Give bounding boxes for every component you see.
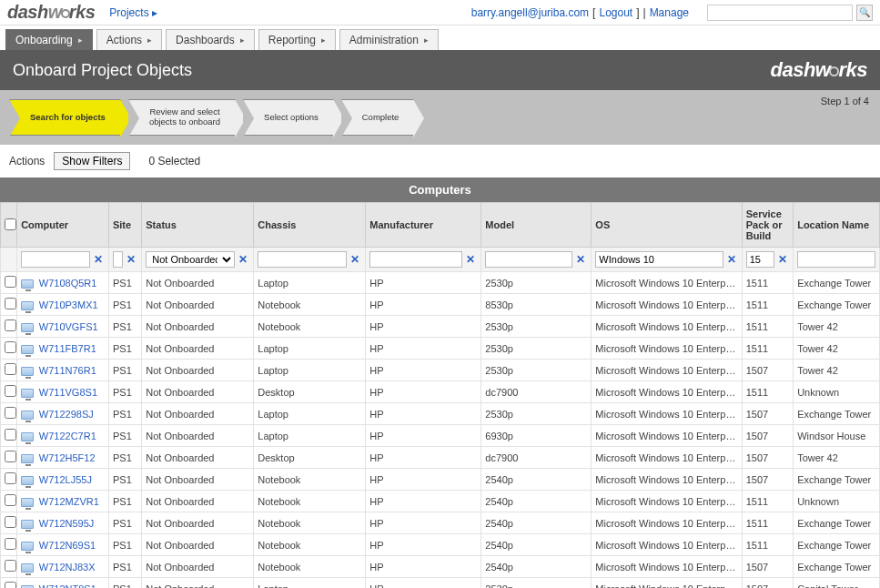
cell-sp: 1511 [742,491,793,512]
wizard-step-3[interactable]: Complete [341,99,415,136]
computer-link[interactable]: W7108Q5R1 [39,278,97,289]
table-row: W711N76R1PS1Not OnboardedLaptopHP2530pMi… [1,360,880,381]
chevron-right-icon: ▸ [424,35,429,45]
cell-manufacturer: HP [366,512,481,534]
row-checkbox[interactable] [5,538,16,550]
table-row: W710VGFS1PS1Not OnboardedNotebookHP2530p… [1,316,880,338]
cell-location: Unknown [794,491,880,512]
cell-model: 2540p [481,491,592,512]
row-checkbox[interactable] [5,516,16,528]
wizard-step-1[interactable]: Review and select objects to onboard [128,99,236,136]
nav-tab-onboarding[interactable]: Onboarding ▸ [5,29,93,50]
row-checkbox[interactable] [5,298,16,309]
wizard-step-0[interactable]: Search for objects [9,99,121,136]
cell-manufacturer: HP [366,578,481,589]
filter-sp-input[interactable] [746,251,774,268]
cell-location: Exchange Tower [794,556,880,578]
computer-icon [21,454,34,463]
global-search-input[interactable] [707,5,853,21]
cell-chassis: Laptop [254,403,366,425]
col-sp[interactable]: Service Pack or Build [742,203,793,248]
cell-manufacturer: HP [366,272,481,294]
computer-link[interactable]: W710VGFS1 [39,321,98,332]
projects-link[interactable]: Projects ▸ [109,6,157,19]
brand-logo: dashwrks [7,2,95,23]
computer-link[interactable]: W711VG8S1 [39,387,97,398]
cell-site: PS1 [108,272,141,294]
nav-tab-reporting[interactable]: Reporting ▸ [258,29,336,50]
clear-chassis-filter[interactable]: ✕ [349,253,361,266]
computer-link[interactable]: W712N69S1 [39,540,96,551]
select-all-checkbox[interactable] [5,218,16,230]
filter-status-select[interactable]: Not OnboardedOnboardedAll [146,251,235,268]
row-checkbox[interactable] [5,494,16,506]
computer-link[interactable]: W712N595J [39,518,95,529]
clear-os-filter[interactable]: ✕ [725,253,738,266]
col-checkbox [1,203,17,248]
filter-manufacturer-input[interactable] [369,251,462,268]
row-checkbox[interactable] [5,582,16,588]
row-checkbox[interactable] [5,429,16,441]
col-chassis[interactable]: Chassis [254,203,366,248]
cell-location: Tower 42 [794,447,880,469]
clear-model-filter[interactable]: ✕ [574,253,587,266]
filter-os-input[interactable] [595,251,723,268]
computer-link[interactable]: W711FB7R1 [39,343,96,354]
clear-site-filter[interactable]: ✕ [125,253,137,266]
table-row: W712N69S1PS1Not OnboardedNotebookHP2540p… [1,534,880,556]
row-checkbox[interactable] [5,407,16,419]
computer-link[interactable]: W712MZVR1 [39,496,99,507]
clear-manufacturer-filter[interactable]: ✕ [464,253,477,266]
filter-computer-input[interactable] [21,251,90,268]
manage-link[interactable]: Manage [650,6,689,19]
table-row: W7108Q5R1PS1Not OnboardedLaptopHP2530pMi… [1,272,880,294]
col-computer[interactable]: Computer [17,203,109,248]
cell-sp: 1511 [742,338,793,360]
wizard-step-2[interactable]: Select options [243,99,334,136]
nav-tab-actions[interactable]: Actions ▸ [96,29,162,50]
row-checkbox[interactable] [5,560,16,572]
col-status[interactable]: Status [142,203,254,248]
cell-chassis: Notebook [254,512,366,534]
col-model[interactable]: Model [481,203,592,248]
actions-label: Actions [9,155,45,167]
search-button[interactable]: 🔍 [856,5,873,21]
row-checkbox[interactable] [5,276,16,288]
table-title: Computers [0,177,880,202]
row-checkbox[interactable] [5,319,16,331]
row-checkbox[interactable] [5,451,16,462]
clear-status-filter[interactable]: ✕ [237,253,249,266]
col-manufacturer[interactable]: Manufacturer [366,203,481,248]
col-location[interactable]: Location Name [794,203,880,248]
computer-link[interactable]: W712H5F12 [39,452,96,463]
cell-chassis: Laptop [254,360,366,381]
computer-link[interactable]: W712NT8S1 [39,583,96,589]
show-filters-button[interactable]: Show Filters [54,152,130,170]
computer-link[interactable]: W712298SJ [39,409,94,420]
col-site[interactable]: Site [108,203,141,248]
computer-link[interactable]: W711N76R1 [39,365,96,376]
clear-sp-filter[interactable]: ✕ [776,253,789,266]
row-checkbox[interactable] [5,385,16,397]
cell-location: Exchange Tower [794,272,880,294]
filter-model-input[interactable] [485,251,572,268]
filter-location-input[interactable] [797,251,875,268]
nav-tab-label: Administration [349,34,419,46]
row-checkbox[interactable] [5,472,16,484]
computer-link[interactable]: W7122C7R1 [39,431,96,441]
clear-computer-filter[interactable]: ✕ [92,253,105,266]
nav-tab-administration[interactable]: Administration ▸ [339,29,439,50]
nav-tab-dashboards[interactable]: Dashboards ▸ [166,29,255,50]
computer-link[interactable]: W712LJ55J [39,474,92,485]
row-checkbox[interactable] [5,341,16,353]
logout-link[interactable]: Logout [599,6,632,19]
row-checkbox[interactable] [5,363,16,375]
cell-chassis: Laptop [254,338,366,360]
cell-site: PS1 [108,316,141,338]
filter-chassis-input[interactable] [258,251,347,268]
computer-link[interactable]: W712NJ83X [39,562,96,573]
filter-site-input[interactable] [113,251,123,268]
user-email-link[interactable]: barry.angell@juriba.com [471,6,589,19]
col-os[interactable]: OS [592,203,742,248]
computer-link[interactable]: W710P3MX1 [39,299,98,310]
